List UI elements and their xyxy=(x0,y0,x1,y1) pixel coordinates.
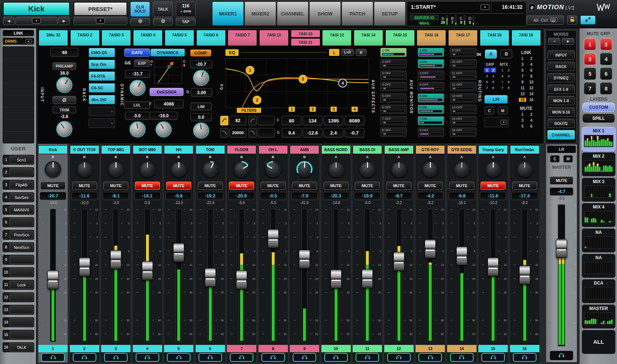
user-button-5[interactable]: 5MAINVX xyxy=(3,205,34,215)
pan-knob[interactable] xyxy=(171,161,187,177)
input-tab[interactable]: 7ASI 10 xyxy=(291,30,320,38)
filter2-lp[interactable] xyxy=(249,128,275,138)
pan-knob[interactable] xyxy=(139,161,156,177)
aux-send-handle[interactable] xyxy=(453,133,456,135)
aux-send-7[interactable]: 7 OFF xyxy=(380,116,407,125)
prev-channel-button[interactable]: ◀ xyxy=(3,17,15,25)
hp2-freq-value[interactable] xyxy=(258,116,275,125)
mute-button[interactable]: MUTE xyxy=(72,182,97,190)
master-mute-button[interactable]: MUTE xyxy=(550,176,573,185)
mute-button[interactable]: MUTE xyxy=(261,182,286,190)
aux-send-slider[interactable] xyxy=(382,64,405,67)
user-button-7[interactable]: 7PrevScn xyxy=(3,230,34,240)
input-tab[interactable]: 7ASIO 6 xyxy=(196,30,226,46)
aux-send-handle[interactable] xyxy=(430,110,433,112)
comp-out-value[interactable]: 0.0 xyxy=(190,113,212,121)
channel-name-label[interactable]: AMB xyxy=(290,145,319,154)
pan-knob[interactable] xyxy=(265,161,281,177)
user-button-4[interactable]: 4SavSes xyxy=(3,192,34,202)
layer-mix-4-button[interactable]: MIX 4 xyxy=(582,203,616,227)
aux-send-handle[interactable] xyxy=(453,122,456,124)
fader-zone[interactable]: 105051020305060 xyxy=(164,207,193,345)
link-9[interactable]: 9 xyxy=(519,80,526,84)
fader-zone[interactable]: 105051020305060 xyxy=(70,207,99,345)
gate-threshold-knob[interactable] xyxy=(129,80,146,96)
channel-dropdown[interactable]: ▼ xyxy=(15,17,57,25)
aux-send-slider[interactable] xyxy=(382,99,405,101)
phase-invert-button[interactable]: Ø xyxy=(53,96,76,104)
link-group-list[interactable] xyxy=(3,46,34,143)
lock-button[interactable] xyxy=(567,15,577,25)
aux-send-handle[interactable] xyxy=(391,53,394,55)
aux-send-5[interactable]: 5 OFF xyxy=(380,93,407,103)
aux-send-slider[interactable] xyxy=(420,64,442,67)
fader-thumb[interactable] xyxy=(110,250,121,269)
routing-cue-button[interactable]: C xyxy=(485,107,494,114)
mute-button[interactable]: MUTE xyxy=(135,182,160,190)
lp2-filter-icon[interactable] xyxy=(249,128,257,138)
mute-button[interactable]: MUTE xyxy=(418,182,443,190)
link-1[interactable]: 1 xyxy=(519,57,526,61)
aux-send-11[interactable]: 11 OFF xyxy=(450,71,477,80)
aux-send-slider[interactable] xyxy=(452,99,475,101)
aux-send-4[interactable]: 4 OFF xyxy=(380,82,407,91)
aux-send-2[interactable]: 2 ON xyxy=(418,59,444,68)
tab-setup[interactable]: SETUP xyxy=(374,1,406,26)
fader-zone[interactable]: 105051020305060 xyxy=(384,207,414,345)
grp-4[interactable]: 4 xyxy=(491,74,496,78)
fader-thumb[interactable] xyxy=(556,239,567,258)
input-tab[interactable]: 7ASIO 3 xyxy=(101,30,131,46)
dynamics-header[interactable]: DYNAMICS xyxy=(150,49,185,57)
aux-send-12[interactable]: 12 OFF xyxy=(450,82,477,91)
aux-send-slider[interactable] xyxy=(452,110,475,113)
eq-band-freq[interactable]: 8089 xyxy=(345,116,364,125)
fader-zone[interactable]: 105051020305060 xyxy=(510,207,539,345)
rack-slot-3[interactable]: F6-RTA xyxy=(89,71,115,81)
tab-show[interactable]: SHOW xyxy=(309,1,341,26)
channel-name-label[interactable]: Trump Gary xyxy=(478,145,508,154)
channel-name-label[interactable]: OH L xyxy=(258,145,288,154)
dynamics-range-knob[interactable] xyxy=(156,121,172,138)
aux-send-handle[interactable] xyxy=(383,88,386,89)
aux-send-handle[interactable] xyxy=(453,76,456,78)
layer-mix-2-button[interactable]: MIX 2 xyxy=(582,152,616,176)
tab-patch[interactable]: PATCH xyxy=(342,1,373,26)
rack-slot-2[interactable]: Scp Om xyxy=(89,60,115,69)
aux-send-handle[interactable] xyxy=(383,99,386,101)
pan-knob[interactable] xyxy=(296,161,313,177)
fader-zone[interactable]: 105051020305060 xyxy=(290,207,319,345)
eq-graph[interactable]: 1234 xyxy=(225,58,369,108)
master-fader[interactable]: 105051020305060 xyxy=(546,202,577,349)
aux-send-handle[interactable] xyxy=(383,122,386,124)
fader-thumb[interactable] xyxy=(268,229,279,248)
aux-send-10[interactable]: 10 OFF xyxy=(450,59,477,68)
gate-button[interactable]: GATE xyxy=(124,49,150,57)
fader-thumb[interactable] xyxy=(362,269,373,288)
aux-send-4[interactable]: 4 OFF xyxy=(418,82,444,91)
input-tab[interactable]: 7ASI 16 xyxy=(417,30,446,46)
link-5[interactable]: 5 xyxy=(519,68,526,72)
fader-zone[interactable]: 105051020305060 xyxy=(196,207,225,345)
mute-group-1[interactable]: 1 xyxy=(584,38,596,50)
aux-send-slider[interactable] xyxy=(420,76,442,78)
master-phones-button[interactable] xyxy=(550,351,573,360)
aux-send-6[interactable]: 6 ON xyxy=(418,105,444,114)
link-4[interactable]: 4 xyxy=(528,63,535,67)
fader-thumb[interactable] xyxy=(236,270,247,289)
layer-mix-3-button[interactable]: MIX 3 xyxy=(582,178,616,202)
user-button-10[interactable]: 10 xyxy=(3,267,34,277)
session-name[interactable]: 1:START* xyxy=(411,4,436,10)
preamp-gain-knob[interactable] xyxy=(56,77,72,93)
link-10[interactable]: 10 xyxy=(528,80,535,84)
aux-send-1[interactable]: 1 ON xyxy=(418,48,444,57)
fader-zone[interactable]: 105051020305060 xyxy=(258,207,288,345)
mode-dyn-eq[interactable]: DYN/EQ xyxy=(548,73,575,82)
aux-send-handle[interactable] xyxy=(453,88,456,89)
link-11[interactable]: 11 xyxy=(519,86,526,90)
comp-threshold-knob[interactable] xyxy=(193,70,209,86)
grp-6[interactable]: 6 xyxy=(491,79,496,84)
pan-knob[interactable] xyxy=(233,161,250,177)
lp2-freq-value[interactable] xyxy=(258,128,275,138)
aux-send-16[interactable]: 16 OFF xyxy=(450,128,477,137)
fader-zone[interactable]: 105051020305060 xyxy=(321,207,351,345)
